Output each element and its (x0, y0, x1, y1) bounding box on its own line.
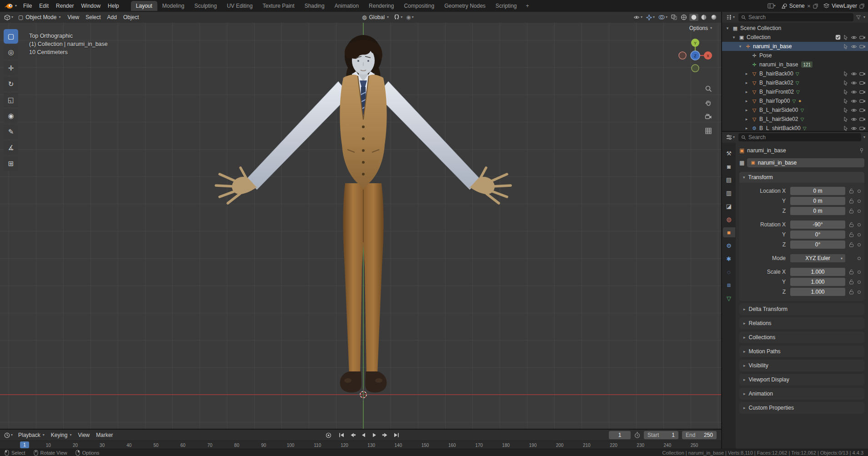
field-location-x[interactable]: 0 m (790, 187, 845, 195)
lock-icon[interactable] (849, 222, 854, 227)
annotate-tool[interactable]: ✎ (4, 125, 18, 139)
field-y[interactable]: 0° (790, 231, 845, 239)
eye-icon[interactable] (851, 35, 857, 40)
pin-icon[interactable] (859, 148, 864, 153)
shading-material-button[interactable] (699, 14, 708, 21)
pointer-icon[interactable] (843, 116, 848, 122)
pointer-icon[interactable] (843, 44, 848, 50)
add-cube-tool[interactable]: ⊞ (4, 156, 18, 171)
eye-icon[interactable] (851, 71, 857, 77)
field-z[interactable]: 0° (790, 241, 845, 249)
expander-icon[interactable]: ▾ (731, 35, 737, 40)
viewport-canvas[interactable]: Options▾ ▢◎✛↻◱◉✎∡⊞ Top Orthographic (1) … (0, 23, 721, 429)
workspace-tab-geometry-nodes[interactable]: Geometry Nodes (439, 1, 491, 11)
eye-icon[interactable] (851, 116, 857, 122)
editor-type-button[interactable]: ▾ (3, 14, 15, 21)
eye-icon[interactable] (851, 80, 857, 86)
camera-view-icon[interactable] (703, 112, 713, 122)
field-z[interactable]: 0 m (790, 207, 845, 215)
shading-solid-button[interactable] (689, 14, 698, 21)
viewport-menu-object[interactable]: Object (120, 13, 142, 21)
scale-tool[interactable]: ◱ (4, 93, 18, 107)
ortho-toggle-icon[interactable] (703, 126, 713, 136)
outliner-item-pose[interactable]: ✛Pose (722, 51, 868, 60)
workspace-tab-texture-paint[interactable]: Texture Paint (258, 1, 300, 11)
section-animation[interactable]: ▸Animation (739, 388, 864, 400)
timeline-menu-keying[interactable]: Keying▾ (48, 431, 75, 439)
workspace-tab-scripting[interactable]: Scripting (491, 1, 522, 11)
workspace-tab-modeling[interactable]: Modeling (157, 1, 190, 11)
properties-tab-tool[interactable]: ⚒ (723, 148, 735, 158)
animate-dot[interactable] (856, 222, 862, 227)
expander-icon[interactable]: ▸ (744, 126, 749, 130)
expander-icon[interactable]: ▾ (738, 44, 743, 49)
outliner-item-collection[interactable]: ▾▣Collection (722, 33, 868, 42)
gizmo-axis-neg-y[interactable] (692, 65, 699, 72)
camera-icon[interactable] (859, 89, 866, 95)
menu-help[interactable]: Help (104, 1, 123, 10)
expander-icon[interactable]: ▸ (744, 71, 749, 76)
camera-icon[interactable] (859, 44, 866, 50)
properties-tab-view-layer[interactable]: ▥ (723, 188, 735, 198)
section-visibility[interactable]: ▸Visibility (739, 360, 864, 371)
eye-icon[interactable] (851, 125, 857, 131)
lock-icon[interactable] (849, 242, 854, 247)
outliner-item-b-l-hairside00[interactable]: ▸▽B_L_hairSide00▽ (722, 105, 868, 115)
pointer-icon[interactable] (843, 35, 848, 40)
menu-window[interactable]: Window (77, 1, 104, 10)
animate-dot[interactable] (856, 256, 862, 261)
move-tool[interactable]: ✛ (4, 61, 18, 75)
pointer-icon[interactable] (843, 71, 848, 77)
section-custom-properties[interactable]: ▸Custom Properties (739, 402, 864, 414)
lock-icon[interactable] (849, 208, 854, 214)
new-viewlayer-icon[interactable] (859, 4, 864, 9)
proportional-editing-toggle[interactable]: ◉▾ (405, 14, 415, 20)
viewlayer-selector[interactable]: ViewLayer (823, 3, 864, 9)
animate-dot[interactable] (856, 198, 862, 204)
field-y[interactable]: 1.000 (790, 278, 845, 286)
workspace-tab-animation[interactable]: Animation (330, 1, 364, 11)
auto-keying-toggle[interactable] (324, 431, 333, 439)
overlays-toggle[interactable]: ▾ (657, 14, 669, 20)
properties-search-input[interactable]: Search (738, 133, 861, 141)
outliner-editor-type-button[interactable]: ▾ (725, 14, 736, 20)
play-reverse-button[interactable] (358, 431, 368, 439)
add-workspace-button[interactable]: + (522, 1, 533, 11)
properties-tab-scene[interactable]: ◪ (723, 201, 735, 211)
shading-wireframe-button[interactable] (679, 14, 688, 21)
transform-tool[interactable]: ◉ (4, 109, 18, 123)
properties-tab-render[interactable]: ◙ (723, 161, 735, 171)
checkbox-icon[interactable] (835, 35, 841, 40)
outliner-search-input[interactable]: Search (738, 13, 853, 21)
section-collections[interactable]: ▸Collections (739, 331, 864, 343)
show-object-types-dropdown[interactable]: ▾ (632, 14, 644, 20)
properties-tab-constraints[interactable]: ⧈ (723, 280, 735, 290)
pointer-icon[interactable] (843, 125, 848, 131)
zoom-icon[interactable] (703, 84, 713, 94)
properties-tab-world[interactable]: ◍ (723, 214, 735, 224)
workspace-tab-layout[interactable]: Layout (131, 1, 157, 11)
outliner-item-b-hairfront02[interactable]: ▸▽B_hairFront02▽ (722, 87, 868, 96)
camera-icon[interactable] (859, 107, 866, 113)
outliner-item-b-hairtop00[interactable]: ▸▽B_hairTop00▽✦ (722, 96, 868, 105)
expander-icon[interactable]: ▸ (744, 108, 749, 112)
pointer-icon[interactable] (843, 98, 848, 104)
pointer-icon[interactable] (843, 89, 848, 95)
section-relations[interactable]: ▸Relations (739, 317, 864, 329)
filter-icon[interactable] (856, 15, 861, 20)
animate-dot[interactable] (856, 269, 862, 275)
animate-dot[interactable] (856, 242, 862, 247)
xray-toggle[interactable] (670, 14, 678, 20)
field-z[interactable]: 1.000 (790, 288, 845, 296)
menu-edit[interactable]: Edit (35, 1, 52, 10)
workspace-tab-shading[interactable]: Shading (300, 1, 330, 11)
section-motion-paths[interactable]: ▸Motion Paths (739, 346, 864, 357)
scene-selector[interactable]: Scene ✕ (781, 3, 818, 9)
expander-icon[interactable]: ▸ (744, 117, 749, 121)
next-keyframe-button[interactable] (380, 431, 390, 439)
navigation-gizmo[interactable]: Y X Z (675, 32, 716, 82)
properties-tab-object[interactable]: ■ (723, 227, 735, 237)
unlink-scene-icon[interactable]: ✕ (807, 4, 811, 9)
gizmos-toggle[interactable]: ▾ (645, 14, 656, 21)
animate-dot[interactable] (856, 232, 862, 237)
